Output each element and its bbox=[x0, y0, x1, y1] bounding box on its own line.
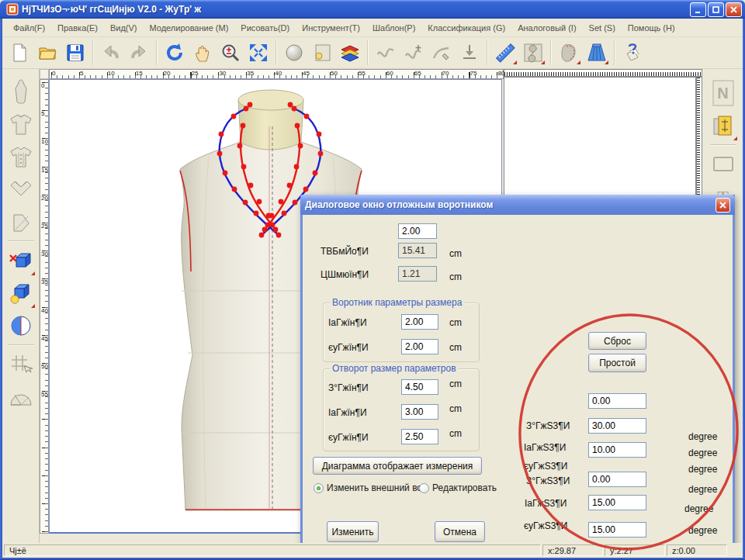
rotate-icon bbox=[164, 42, 185, 64]
minimize-button[interactable] bbox=[690, 2, 706, 17]
radio-modify-outer[interactable]: Изменить внешний ворс bbox=[314, 482, 421, 493]
arrow-down-icon bbox=[459, 43, 480, 63]
menu-help[interactable]: Помощь (H) bbox=[622, 21, 681, 35]
menu-template[interactable]: Шаблон(P) bbox=[366, 21, 421, 35]
skirt-button[interactable] bbox=[583, 39, 611, 67]
lapel-row3-input[interactable] bbox=[401, 429, 438, 444]
menu-draw[interactable]: Рисовать(D) bbox=[234, 21, 296, 35]
blouse-tool-button[interactable] bbox=[5, 140, 36, 173]
lapel-row2-input[interactable] bbox=[401, 404, 438, 420]
measure-tool-button[interactable] bbox=[708, 109, 739, 142]
layers-button[interactable] bbox=[336, 39, 364, 67]
fit-view-button[interactable] bbox=[244, 39, 272, 67]
collar-tool-button[interactable] bbox=[5, 173, 36, 206]
lamp-button[interactable] bbox=[308, 39, 336, 67]
angle-input-3[interactable] bbox=[588, 472, 646, 487]
redo-button[interactable] bbox=[125, 39, 153, 67]
maximize-icon bbox=[712, 5, 720, 14]
menu-edit[interactable]: Правка(E) bbox=[51, 21, 104, 35]
reset-button[interactable]: Сброс bbox=[588, 332, 646, 350]
resize-grip[interactable] bbox=[729, 544, 741, 556]
modify-button[interactable]: Изменить bbox=[327, 521, 379, 542]
collar-row2-input[interactable] bbox=[401, 339, 438, 354]
blouse-icon bbox=[9, 145, 33, 168]
dialog-title: Диалоговое окно отложным воротником bbox=[305, 199, 716, 210]
mannequin-tool-button[interactable] bbox=[5, 75, 36, 108]
info-unit-2: cm bbox=[449, 271, 462, 282]
degree-unit-3: degree bbox=[688, 484, 717, 495]
help-button[interactable] bbox=[619, 39, 646, 67]
menu-modeling[interactable]: Моделирование (M) bbox=[144, 21, 235, 35]
radio-modify-outer-label: Изменить внешний ворс bbox=[327, 482, 421, 493]
menu-classification[interactable]: Классификация (G) bbox=[421, 21, 511, 35]
diagram-button[interactable]: Диаграмма отображает измерения bbox=[313, 457, 482, 475]
menu-set[interactable]: Set (S) bbox=[583, 21, 622, 35]
collar-size-group: Воротник параметры размера IаГжïн¶И cm є… bbox=[323, 302, 480, 362]
rect-tool-button[interactable] bbox=[708, 148, 739, 181]
menu-analog[interactable]: Аналоговый (I) bbox=[511, 21, 582, 35]
title-bar[interactable]: НjТЧИзО¬·юЧ' ггСщИнjю V2.0 - ЖуТр' ж bbox=[0, 0, 745, 19]
protractor-tool-button[interactable] bbox=[5, 381, 36, 413]
ruler-top-label: 45 bbox=[303, 70, 310, 77]
maximize-button[interactable] bbox=[708, 2, 724, 17]
ruler-top-label: 0 bbox=[52, 70, 55, 77]
curve-add-button[interactable] bbox=[400, 39, 428, 67]
menu-file[interactable]: Файл(F) bbox=[7, 21, 51, 35]
wrench-tool-button[interactable] bbox=[519, 39, 547, 67]
save-button[interactable] bbox=[61, 39, 89, 67]
dialog-close-button[interactable] bbox=[716, 198, 730, 213]
dialog-title-bar[interactable]: Диалоговое окно отложным воротником bbox=[300, 195, 735, 215]
radio-edit[interactable]: Редактировать bbox=[419, 482, 497, 493]
dialog-close-icon bbox=[719, 201, 727, 209]
simple-button[interactable]: Простой bbox=[588, 354, 646, 372]
ruler-corner bbox=[40, 69, 49, 79]
new-button[interactable] bbox=[5, 39, 33, 67]
sleeve-tool-button[interactable] bbox=[5, 206, 36, 238]
curve-button[interactable] bbox=[372, 39, 400, 67]
undo-button[interactable] bbox=[97, 39, 125, 67]
info-value-1[interactable] bbox=[398, 243, 437, 258]
angle-input-4[interactable] bbox=[588, 495, 646, 510]
angle-input-0[interactable] bbox=[588, 393, 646, 409]
ruler-top-label: 10 bbox=[108, 70, 115, 77]
cube-light-tool-button[interactable] bbox=[5, 277, 36, 309]
n-tool-button[interactable]: N bbox=[708, 77, 739, 109]
measure-cylinder-icon bbox=[711, 112, 736, 139]
pen-curve-button[interactable] bbox=[428, 39, 456, 67]
import-point-button[interactable] bbox=[456, 39, 483, 67]
collar-row1-input[interactable] bbox=[401, 314, 438, 330]
status-message: Чj±ё bbox=[4, 544, 541, 556]
pattern-piece-button[interactable] bbox=[555, 39, 583, 67]
info-label-1: ТВБмЙо¶И bbox=[321, 246, 369, 257]
sphere-button[interactable] bbox=[280, 39, 308, 67]
rotate-view-button[interactable] bbox=[161, 39, 189, 67]
zoom-button[interactable] bbox=[217, 39, 244, 67]
menu-tool[interactable]: Инструмент(T) bbox=[296, 21, 366, 35]
shirt-tool-button[interactable] bbox=[5, 108, 36, 140]
pan-button[interactable] bbox=[189, 39, 217, 67]
angle-input-5[interactable] bbox=[588, 522, 646, 538]
collar-stand-input[interactable] bbox=[398, 223, 437, 239]
lapel-row1-input[interactable] bbox=[401, 379, 438, 395]
toolbar-separator bbox=[367, 40, 369, 65]
angle-input-2[interactable] bbox=[588, 442, 646, 458]
grid-select-tool-button[interactable] bbox=[5, 348, 36, 381]
angle-input-1[interactable] bbox=[588, 418, 646, 434]
palette-separator bbox=[8, 240, 34, 242]
close-button[interactable] bbox=[726, 2, 742, 17]
ruler-top-label: 20 bbox=[164, 70, 171, 77]
cancel-button[interactable]: Отмена bbox=[435, 521, 485, 542]
collar-row1-label: IаГжïн¶И bbox=[328, 317, 367, 328]
ruler-left-label: 5 bbox=[41, 110, 44, 117]
info-value-2[interactable] bbox=[398, 266, 437, 282]
angle-label-2: єуГжS3¶И bbox=[524, 461, 567, 472]
palette-separator bbox=[8, 344, 34, 346]
menu-view[interactable]: Вид(V) bbox=[104, 21, 144, 35]
open-button[interactable] bbox=[33, 39, 61, 67]
vertical-ruler: 0510152025303540455055 bbox=[40, 79, 49, 534]
sphere-half-tool-button[interactable] bbox=[5, 309, 36, 342]
ruler-top-label: 70 bbox=[442, 70, 449, 77]
lapel-size-group: Отворот размер параметров З°Гжïн¶И cm Iа… bbox=[323, 368, 480, 451]
ruler-tool-button[interactable] bbox=[491, 39, 519, 67]
cube-delete-tool-button[interactable] bbox=[5, 244, 36, 277]
